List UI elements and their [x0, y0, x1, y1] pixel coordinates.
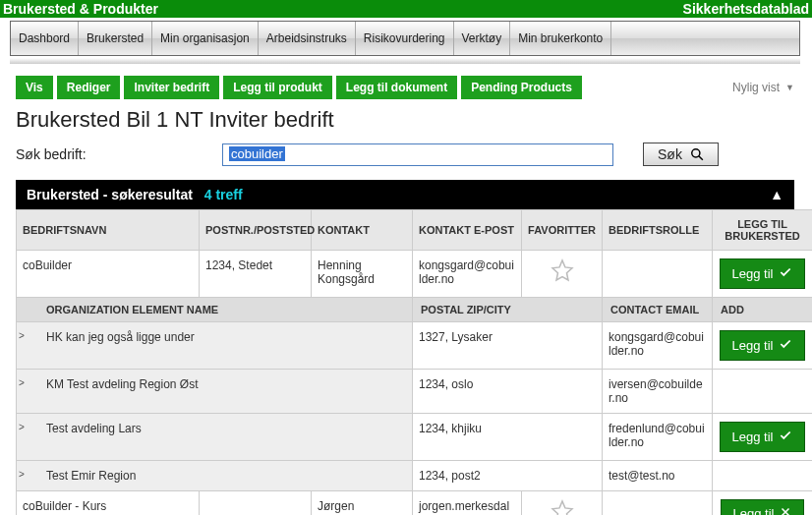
subcell-email: iversen@cobuilder.no [603, 370, 713, 414]
subcol-postal: POSTAL ZIP/CITY [413, 298, 603, 322]
cell-postal: 1234, Stedet [200, 251, 312, 298]
subcell-org: >Test avdeling Lars [17, 414, 413, 461]
add-button-label: Legg til [732, 266, 774, 281]
col-contact: KONTAKT [312, 210, 413, 251]
check-icon [779, 265, 792, 282]
menu-item-brukersted[interactable]: Brukersted [79, 22, 152, 55]
cell-role [603, 251, 713, 298]
add-button-label: Legg til [733, 506, 775, 515]
subcell-add: Legg til [713, 322, 813, 370]
subcell-email: fredenlund@cobuilder.no [603, 414, 713, 461]
col-email: KONTAKT E-POST [413, 210, 522, 251]
expand-icon[interactable]: > [19, 377, 25, 388]
search-row: Søk bedrift: cobuilder Søk [16, 143, 794, 166]
table-row: coBuilder - KursJørgen Merkesdaljorgen.m… [17, 491, 813, 516]
cell-contact: Jørgen Merkesdal [312, 491, 413, 516]
action-pending-products[interactable]: Pending Products [461, 76, 582, 99]
table-header-row: BEDRIFTSNAVN POSTNR./POSTSTED KONTAKT KO… [17, 210, 813, 251]
subcell-email: kongsgard@cobuilder.no [603, 322, 713, 370]
action-inviter-bedrift[interactable]: Inviter bedrift [124, 76, 219, 99]
sub-row: >Test avdeling Lars1234, khjikufredenlun… [17, 414, 813, 461]
menu-divider [10, 58, 800, 64]
cell-company: coBuilder - Kurs [17, 491, 200, 516]
add-button-label: Legg til [732, 429, 774, 444]
cell-email: jorgen.merkesdal [413, 491, 522, 516]
subcell-org: >KM Test avdeling Region Øst [17, 370, 413, 414]
sub-row: >HK kan jeg også ligge under1327, Lysake… [17, 322, 813, 370]
subcell-add: Legg til [713, 414, 813, 461]
subcol-email: CONTACT EMAIL [603, 298, 713, 322]
results-hit-count: 4 treff [204, 187, 243, 202]
col-role: BEDRIFTSROLLE [603, 210, 713, 251]
menu-item-risikovurdering[interactable]: Risikovurdering [356, 22, 454, 55]
svg-point-0 [692, 149, 700, 157]
col-postal: POSTNR./POSTSTED [200, 210, 312, 251]
top-bar-right[interactable]: Sikkerhetsdatablad [683, 1, 809, 17]
action-rediger[interactable]: Rediger [57, 76, 121, 99]
cell-add: Legg til [713, 251, 813, 298]
svg-line-1 [699, 156, 703, 160]
sub-header-row: ORGANIZATION ELEMENT NAMEPOSTAL ZIP/CITY… [17, 298, 813, 322]
recently-viewed-label: Nylig vist [732, 81, 780, 94]
action-legg-til-produkt[interactable]: Legg til produkt [223, 76, 332, 99]
subcell-postal: 1234, oslo [413, 370, 603, 414]
subcol-add: ADD [713, 298, 813, 322]
col-company: BEDRIFTSNAVN [17, 210, 200, 251]
col-add: LEGG TIL BRUKERSTED [713, 210, 813, 251]
subcell-postal: 1234, post2 [413, 461, 603, 491]
search-input[interactable]: cobuilder [222, 143, 613, 166]
results-header: Brukersted - søkeresultat 4 treff ▲ [16, 180, 794, 209]
sub-row: >Test Emir Region1234, post2test@test.no [17, 461, 813, 491]
subcell-org: >HK kan jeg også ligge under [17, 322, 413, 370]
subcell-postal: 1327, Lysaker [413, 322, 603, 370]
subcell-add [713, 461, 813, 491]
page-title: Brukersted Bil 1 NT Inviter bedrift [16, 107, 794, 133]
action-vis[interactable]: Vis [16, 76, 53, 99]
x-icon [780, 506, 791, 515]
add-button[interactable]: Legg til [720, 422, 806, 452]
menu-item-min-brukerkonto[interactable]: Min brukerkonto [510, 22, 611, 55]
expand-icon[interactable]: > [19, 330, 25, 341]
recently-viewed-dropdown[interactable]: Nylig vist ▼ [732, 81, 794, 94]
col-favorites: FAVORITTER [522, 210, 603, 251]
search-icon [690, 147, 704, 161]
subcell-postal: 1234, khjiku [413, 414, 603, 461]
check-icon [779, 337, 792, 354]
add-button[interactable]: Legg til [720, 258, 806, 289]
top-bar: Brukersted & Produkter Sikkerhetsdatabla… [0, 0, 812, 18]
expand-icon[interactable]: > [19, 469, 25, 480]
cell-favorite [522, 251, 603, 298]
cell-contact: Henning Kongsgård [312, 251, 413, 298]
add-button[interactable]: Legg til [720, 330, 806, 361]
star-icon[interactable] [551, 499, 574, 515]
menu-item-min-organisasjon[interactable]: Min organisasjon [152, 22, 259, 55]
sub-row: >KM Test avdeling Region Øst1234, osloiv… [17, 370, 813, 414]
menu-item-arbeidsinstruks[interactable]: Arbeidsinstruks [259, 22, 356, 55]
subcell-org: >Test Emir Region [17, 461, 413, 491]
cell-email: kongsgard@cobuilder.no [413, 251, 522, 298]
subcell-add [713, 370, 813, 414]
top-bar-title: Brukersted & Produkter [3, 1, 158, 17]
menu-item-dashbord[interactable]: Dashbord [11, 22, 79, 55]
check-icon [779, 429, 792, 445]
menu-item-verktøy[interactable]: Verktøy [454, 22, 511, 55]
search-button[interactable]: Søk [643, 143, 719, 166]
table-row: coBuilder1234, StedetHenning Kongsgårdko… [17, 251, 813, 298]
results-table: BEDRIFTSNAVN POSTNR./POSTSTED KONTAKT KO… [16, 209, 812, 515]
chevron-down-icon: ▼ [785, 83, 794, 92]
action-bar: VisRedigerInviter bedriftLegg til produk… [16, 76, 582, 99]
results-title: Brukersted - søkeresultat [27, 187, 193, 202]
add-button[interactable]: Legg til [721, 499, 805, 515]
expand-icon[interactable]: > [19, 422, 25, 432]
main-menu: DashbordBrukerstedMin organisasjonArbeid… [10, 21, 800, 56]
page: DashbordBrukerstedMin organisasjonArbeid… [0, 18, 810, 515]
cell-add: Legg til [713, 491, 813, 516]
cell-role [603, 491, 713, 516]
collapse-icon[interactable]: ▲ [770, 187, 783, 202]
action-row: VisRedigerInviter bedriftLegg til produk… [16, 76, 794, 99]
star-icon[interactable] [551, 258, 574, 282]
subcol-org: ORGANIZATION ELEMENT NAME [17, 298, 413, 322]
action-legg-til-dokument[interactable]: Legg til dokument [336, 76, 457, 99]
search-input-value: cobuilder [229, 146, 285, 161]
cell-favorite [522, 491, 603, 516]
